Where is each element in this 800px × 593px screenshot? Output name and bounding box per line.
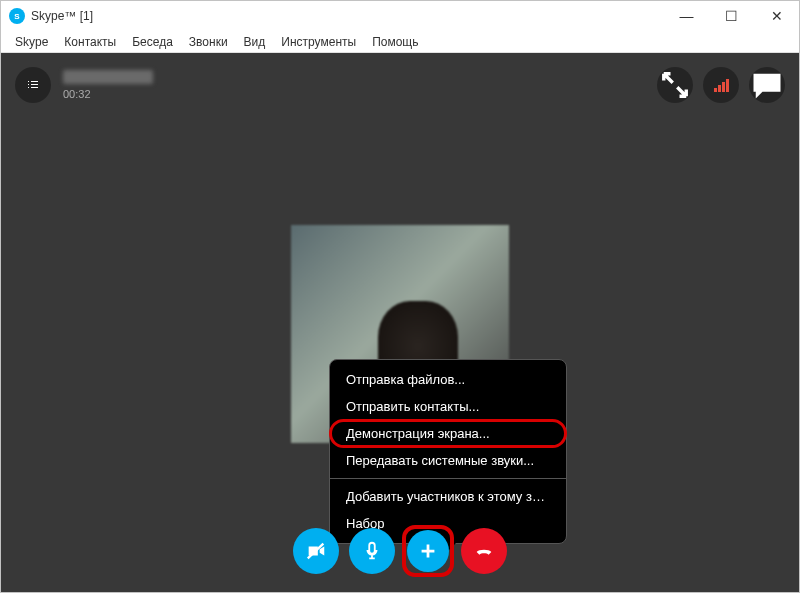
menu-send-files[interactable]: Отправка файлов... [330,366,566,393]
window-controls: — ☐ ✕ [664,1,799,31]
plus-menu: Отправка файлов... Отправить контакты...… [329,359,567,544]
chat-button[interactable] [749,67,785,103]
call-list-button[interactable] [15,67,51,103]
app-window: S Skype™ [1] — ☐ ✕ Skype Контакты Беседа… [0,0,800,593]
top-right-controls [657,67,785,103]
menu-conversation[interactable]: Беседа [124,33,181,51]
menu-send-contacts[interactable]: Отправить контакты... [330,393,566,420]
hangup-button[interactable] [461,528,507,574]
video-toggle-button[interactable] [293,528,339,574]
plus-button-highlight [405,528,451,574]
close-button[interactable]: ✕ [754,1,799,31]
menu-system-sounds[interactable]: Передавать системные звуки... [330,447,566,474]
window-title: Skype™ [1] [31,9,664,23]
menu-share-screen[interactable]: Демонстрация экрана... [330,420,566,447]
signal-quality-button[interactable] [703,67,739,103]
skype-logo-icon: S [9,8,25,24]
minimize-button[interactable]: — [664,1,709,31]
menubar: Skype Контакты Беседа Звонки Вид Инструм… [1,31,799,53]
call-info: 00:32 [63,70,153,100]
menu-view[interactable]: Вид [236,33,274,51]
maximize-button[interactable]: ☐ [709,1,754,31]
fullscreen-button[interactable] [657,67,693,103]
menu-tools[interactable]: Инструменты [273,33,364,51]
call-area: 00:32 Отправка файлов... Отправить конт [1,53,799,592]
menu-help[interactable]: Помощь [364,33,426,51]
call-controls [293,528,507,574]
svg-text:S: S [14,12,20,21]
top-controls: 00:32 [15,67,785,103]
titlebar[interactable]: S Skype™ [1] — ☐ ✕ [1,1,799,31]
mic-toggle-button[interactable] [349,528,395,574]
plus-button[interactable] [407,530,449,572]
menu-add-participants[interactable]: Добавить участников к этому звонку... [330,483,566,510]
call-timer: 00:32 [63,88,153,100]
menu-calls[interactable]: Звонки [181,33,236,51]
menu-separator [330,478,566,479]
contact-name-blurred [63,70,153,84]
signal-bars-icon [714,78,729,92]
menu-skype[interactable]: Skype [7,33,56,51]
menu-contacts[interactable]: Контакты [56,33,124,51]
